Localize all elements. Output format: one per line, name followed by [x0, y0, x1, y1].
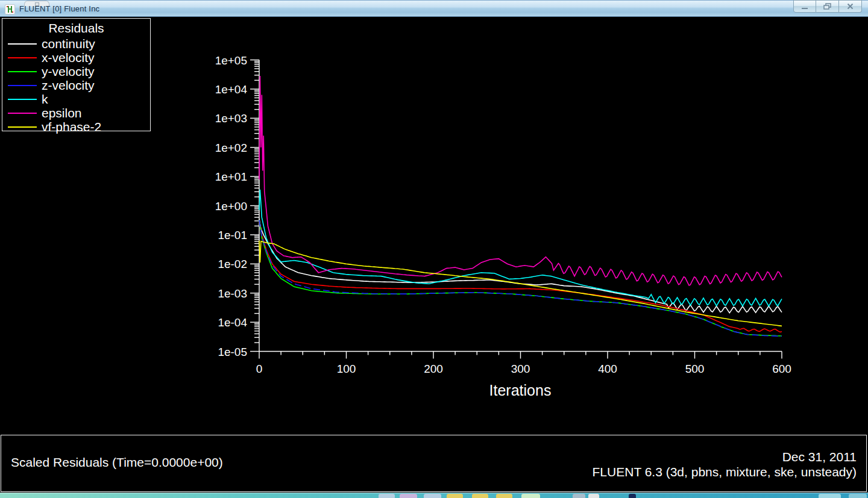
taskbar-icon-9[interactable] — [849, 494, 867, 498]
taskbar-icon-8[interactable] — [819, 494, 841, 498]
x-tick-label: 0 — [256, 363, 263, 375]
x-tick-label: 200 — [424, 363, 443, 375]
legend-swatch-k — [8, 99, 37, 100]
legend-label: epsilon — [42, 106, 82, 120]
legend-label: vf-phase-2 — [42, 120, 101, 134]
legend-swatch-x-velocity — [8, 57, 37, 58]
fluent-window: FLUENT [0] Fluent Inc 1e+051e+041e+03 — [0, 0, 868, 498]
y-tick-label: 1e+00 — [215, 200, 247, 213]
window-title: FLUENT [0] Fluent Inc — [19, 4, 99, 13]
legend-item-y-velocity: y-velocity — [2, 64, 150, 78]
y-tick-label: 1e-04 — [218, 316, 247, 329]
x-axis-title: Iterations — [489, 382, 552, 399]
taskbar[interactable] — [0, 493, 868, 498]
taskbar-icon-6[interactable] — [588, 494, 599, 498]
restore-button[interactable] — [816, 0, 839, 13]
caption-title: Scaled Residuals (Time=0.0000e+00) — [11, 455, 223, 470]
titlebar[interactable]: FLUENT [0] Fluent Inc — [0, 0, 868, 17]
x-tick-label: 100 — [337, 363, 356, 375]
taskbar-icon-5[interactable] — [573, 494, 585, 498]
legend-swatch-epsilon — [8, 113, 37, 114]
x-tick-label: 400 — [598, 363, 617, 375]
legend-swatch-continuity — [8, 43, 37, 45]
graphics-client-area: 1e+051e+041e+031e+021e+011e+001e-011e-02… — [0, 17, 868, 493]
legend-swatch-z-velocity — [8, 85, 37, 86]
plot-curves — [259, 76, 782, 336]
legend-item-x-velocity: x-velocity — [2, 51, 150, 64]
y-tick-label: 1e-05 — [218, 346, 247, 358]
plot-caption-bar: Scaled Residuals (Time=0.0000e+00) Dec 3… — [1, 435, 867, 492]
legend-items: continuityx-velocityy-velocityz-velocity… — [2, 37, 150, 134]
taskbar-shortcut-arrow-2[interactable] — [472, 494, 488, 498]
close-button[interactable] — [839, 0, 862, 13]
legend-label: y-velocity — [42, 64, 95, 79]
x-tick-label: 500 — [685, 363, 705, 375]
x-tick-label: 600 — [772, 363, 791, 375]
x-tick-label: 300 — [511, 363, 530, 375]
taskbar-icon-4[interactable] — [521, 494, 540, 498]
fluent-app-icon[interactable] — [5, 4, 15, 14]
caption-version-block: Dec 31, 2011 FLUENT 6.3 (3d, pbns, mixtu… — [593, 449, 857, 479]
legend-item-vf-phase-2: vf-phase-2 — [2, 120, 150, 134]
minimize-button[interactable] — [793, 0, 816, 13]
y-tick-label: 1e+03 — [215, 112, 247, 125]
legend-item-k: k — [2, 92, 150, 106]
taskbar-icon-7[interactable] — [629, 494, 636, 498]
legend-swatch-y-velocity — [8, 71, 37, 72]
window-controls — [793, 0, 862, 13]
legend-label: continuity — [42, 37, 95, 51]
close-icon — [847, 3, 854, 10]
legend-title: Residuals — [2, 21, 150, 36]
y-tick-label: 1e-02 — [218, 258, 247, 270]
y-tick-label: 1e+01 — [215, 170, 247, 183]
legend-label: x-velocity — [42, 51, 95, 65]
taskbar-icon-3[interactable] — [424, 494, 441, 498]
taskbar-icon-1[interactable] — [379, 494, 395, 498]
plot-axes: 1e+051e+041e+031e+021e+011e+001e-011e-02… — [215, 54, 791, 375]
y-tick-label: 1e+02 — [215, 142, 247, 154]
caption-app-version: FLUENT 6.3 (3d, pbns, mixture, ske, unst… — [593, 464, 857, 479]
taskbar-shortcut-arrow-3[interactable] — [496, 494, 512, 498]
y-tick-label: 1e+05 — [215, 54, 247, 67]
residuals-legend: Residuals continuityx-velocityy-velocity… — [2, 18, 151, 131]
y-tick-label: 1e-03 — [218, 287, 247, 300]
caption-date: Dec 31, 2011 — [593, 449, 857, 464]
legend-swatch-vf-phase-2 — [8, 126, 37, 128]
legend-item-z-velocity: z-velocity — [2, 78, 150, 92]
legend-label: z-velocity — [42, 78, 95, 93]
y-tick-label: 1e-01 — [218, 229, 247, 241]
series-vf-phase-2 — [259, 241, 782, 326]
legend-item-epsilon: epsilon — [2, 106, 150, 120]
legend-label: k — [42, 92, 48, 107]
taskbar-icon-2[interactable] — [400, 494, 417, 498]
y-tick-label: 1e+04 — [215, 83, 248, 96]
minimize-icon — [801, 4, 808, 10]
series-epsilon — [259, 76, 782, 285]
legend-item-continuity: continuity — [2, 37, 150, 51]
taskbar-shortcut-arrow-1[interactable] — [447, 494, 463, 498]
restore-icon — [823, 3, 831, 10]
series-x-velocity — [259, 222, 782, 332]
